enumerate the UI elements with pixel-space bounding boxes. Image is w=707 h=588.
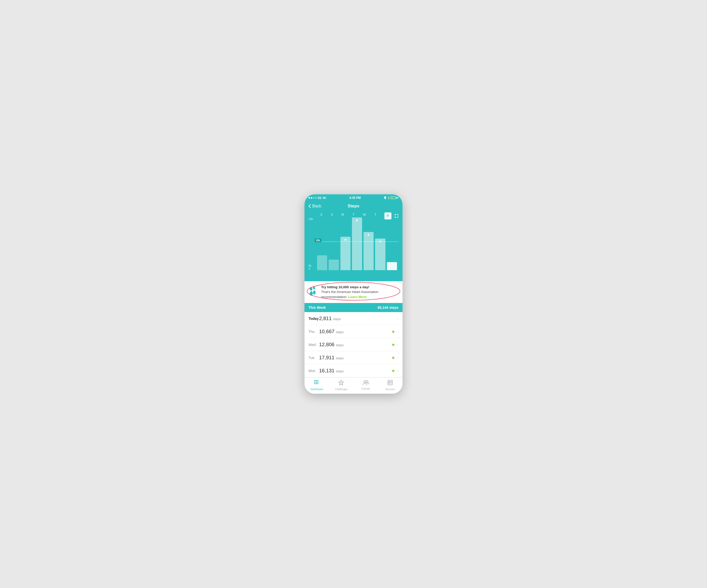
back-button[interactable]: Back [308, 204, 321, 208]
steps-day-today: Today [308, 317, 319, 321]
challenges-label: Challenges [335, 388, 347, 391]
bar-t2: ★ [375, 238, 385, 270]
svg-rect-7 [317, 380, 318, 381]
bar-col-f [387, 217, 397, 270]
location-icon [384, 196, 386, 199]
phone-frame: EE 4G 4:35 PM Back [304, 194, 403, 394]
steps-day-tue: Tue [308, 356, 319, 360]
steps-count-tue: 17,911 steps [319, 355, 391, 361]
signal-dots [308, 197, 317, 198]
carrier-label: EE [318, 196, 322, 199]
friends-label: Friends [362, 388, 370, 390]
steps-row-mon[interactable]: Mon 16,131 steps ★ › [304, 364, 403, 377]
battery-indicator [391, 196, 396, 199]
day-t2: T [374, 213, 376, 216]
day-s2: S [331, 213, 333, 216]
bar-col-s2 [329, 217, 339, 270]
svg-point-1 [313, 287, 315, 290]
bar-star-t2: ★ [379, 240, 382, 243]
bar-w: ★ [364, 232, 374, 270]
y-label-9k: 9k [308, 264, 313, 267]
svg-point-15 [366, 380, 368, 382]
signal-dot-3 [313, 197, 314, 198]
status-left: EE 4G [308, 196, 326, 199]
tip-link[interactable]: Learn More [348, 295, 367, 299]
charging-icon [397, 196, 399, 199]
nav-item-dashboard[interactable]: Dashboard [304, 380, 329, 391]
bar-star-m: ★ [344, 238, 347, 242]
steps-row-wed[interactable]: Wed 12,806 steps ★ › [304, 338, 403, 351]
chevron-wed: › [397, 343, 399, 347]
svg-rect-5 [314, 380, 315, 381]
bar-col-t2: ★ [375, 217, 385, 270]
battery-fill [391, 197, 395, 198]
y-axis-labels: 18k 9k 0 [308, 217, 313, 270]
svg-rect-10 [317, 381, 318, 382]
bar-star-w: ★ [367, 233, 370, 237]
chevron-mon: › [397, 369, 399, 373]
status-bar: EE 4G 4:35 PM [304, 194, 403, 201]
svg-point-17 [389, 381, 390, 383]
dashboard-icon [314, 380, 320, 387]
steps-day-wed: Wed [308, 343, 319, 347]
network-label: 4G [323, 196, 326, 199]
steps-count-thu: 10,667 steps [319, 329, 391, 334]
bottom-nav: Dashboard Challenges Friends [304, 377, 403, 394]
bar-s2 [329, 260, 339, 270]
steps-day-mon: Mon [308, 369, 319, 373]
week-label: This Week [308, 305, 326, 309]
nav-item-challenges[interactable]: Challenges [329, 380, 354, 391]
nav-item-friends[interactable]: Friends [354, 380, 378, 390]
steps-count-mon: 16,131 steps [319, 368, 391, 374]
day-f: F [385, 213, 387, 216]
bar-s1 [317, 255, 327, 270]
steps-day-thu: Thu [308, 330, 319, 334]
goal-line [315, 242, 399, 242]
day-w: W [363, 213, 366, 216]
tip-section: Try hitting 10,000 steps a day! That's t… [304, 281, 403, 303]
tip-title: Try hitting 10,000 steps a day! [321, 285, 369, 289]
steps-count-today: 2,811 steps [319, 316, 397, 321]
svg-rect-11 [314, 383, 315, 384]
signal-dot-1 [308, 197, 310, 198]
svg-rect-6 [316, 380, 317, 381]
star-mon: ★ [391, 368, 395, 374]
signal-dot-4 [315, 197, 317, 198]
svg-rect-9 [316, 381, 317, 382]
day-t1: T [352, 213, 354, 216]
goal-badge: 10k [314, 238, 321, 242]
nav-bar: Back Steps [304, 201, 403, 211]
svg-rect-12 [316, 383, 317, 384]
chart-area: F S S M T W T F 18k 9k 0 [304, 211, 403, 281]
steps-count-wed: 12,806 steps [319, 342, 391, 347]
svg-rect-13 [317, 383, 318, 384]
tip-card: Try hitting 10,000 steps a day! That's t… [304, 281, 403, 303]
signal-dot-2 [311, 197, 312, 198]
bar-t1: ★ [352, 217, 362, 270]
bar-col-m: ★ [340, 217, 350, 270]
steps-row-today[interactable]: Today 2,811 steps › [304, 312, 403, 325]
friends-icon [363, 380, 369, 387]
tip-text: Try hitting 10,000 steps a day! That's t… [321, 285, 399, 299]
status-time: 4:35 PM [349, 196, 361, 199]
challenges-icon [338, 380, 344, 387]
bar-f [387, 262, 397, 270]
star-tue: ★ [391, 355, 395, 361]
svg-point-3 [313, 291, 315, 294]
steps-row-thu[interactable]: Thu 10,667 steps ★ › [304, 325, 403, 338]
svg-point-2 [310, 291, 313, 296]
y-label-0: 0 [308, 267, 313, 270]
bar-star-t1: ★ [356, 218, 359, 222]
bar-col-s1 [317, 217, 327, 270]
bar-col-w: ★ [364, 217, 374, 270]
week-total: 65,144 steps [378, 305, 399, 309]
back-label: Back [312, 204, 321, 208]
footprint-icon [308, 286, 317, 298]
status-right [384, 196, 399, 199]
star-wed: ★ [391, 342, 395, 347]
week-summary: This Week 65,144 steps [304, 303, 403, 312]
nav-item-account[interactable]: Account [378, 380, 403, 391]
page-title: Steps [348, 204, 359, 209]
steps-row-tue[interactable]: Tue 17,911 steps ★ › [304, 351, 403, 364]
chevron-tue: › [397, 356, 399, 360]
